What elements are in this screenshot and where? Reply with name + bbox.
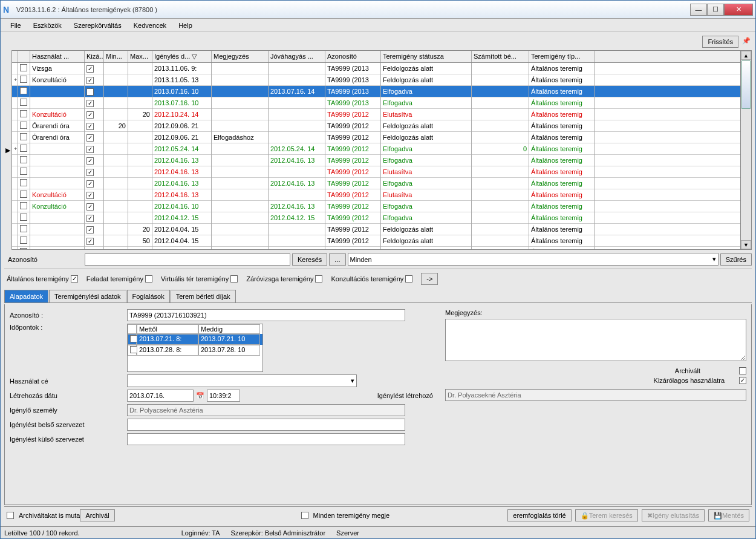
chevron-down-icon: ▾ xyxy=(712,255,716,263)
archivalt-checkbox[interactable] xyxy=(739,367,746,374)
refresh-button[interactable]: Frissítés xyxy=(702,36,738,48)
search-more-button[interactable]: ... xyxy=(329,253,345,266)
tab-foglalasok[interactable]: Foglalások xyxy=(127,290,170,302)
table-row[interactable]: Konzultáció✓2012.04.16. 13TA9999 (2012El… xyxy=(12,189,740,201)
collapse-panel-icon[interactable]: ▶ xyxy=(4,50,11,250)
table-row[interactable]: +✓2012.05.24. 142012.05.24. 14TA9999 (20… xyxy=(12,143,740,155)
minden-checkbox[interactable] xyxy=(301,512,308,519)
col-min[interactable]: Min... xyxy=(104,51,128,62)
grid-body: Vizsga✓2013.11.06. 9:TA9999 (2013Feldolg… xyxy=(12,63,740,249)
igenylo-szemely-label: Igénylő személy xyxy=(10,407,125,414)
igenylo-szemely-field xyxy=(127,404,405,416)
search-button[interactable]: Keresés xyxy=(292,253,327,266)
table-row[interactable]: Órarendi óra✓202012.09.06. 21TA9999 (201… xyxy=(12,120,740,132)
megjegyzes-textarea[interactable] xyxy=(445,319,746,361)
igenylest-letrehozo-field xyxy=(445,389,746,401)
minimize-button[interactable]: — xyxy=(690,4,707,16)
col-azonosito[interactable]: Azonosító xyxy=(325,51,381,62)
table-row[interactable]: ✓2012.04.16. 13TA9999 (2012ElutasítvaÁlt… xyxy=(12,166,740,178)
tab-berleti[interactable]: Terem bérleti díjak xyxy=(171,290,236,302)
kizarolagos-label: Kizárólagos használatra xyxy=(654,377,725,384)
table-row[interactable]: ✓202012.04.04. 15TA9999 (2012Feldolgozás… xyxy=(12,224,740,235)
col-checkbox[interactable] xyxy=(18,51,30,62)
table-row[interactable]: ✓2012.04.16. 132012.04.16. 13TA9999 (201… xyxy=(12,155,740,166)
filter2-checkbox[interactable] xyxy=(145,275,152,283)
igenylest-kulso-label: Igénylést külső szervezet xyxy=(10,436,125,443)
col-megjegyzes[interactable]: Megjegyzés xyxy=(212,51,269,62)
calendar-icon[interactable]: 📅 xyxy=(196,392,204,400)
kizarolagos-checkbox[interactable]: ✓ xyxy=(739,377,746,384)
filter5-label: Konzultációs teremigény xyxy=(331,275,403,283)
scroll-down-icon[interactable]: ▼ xyxy=(741,240,751,249)
subgrid-row[interactable]: 2013.07.21. 8:2013.07.21. 10 xyxy=(128,334,262,345)
subgrid-col-meddig[interactable]: Meddig xyxy=(198,324,260,334)
archivaltakat-checkbox[interactable] xyxy=(7,512,14,519)
menu-szerepkorvaltas[interactable]: Szerepkörváltás xyxy=(68,22,128,29)
archivaltakat-label: Archiváltakat is muta xyxy=(19,512,80,519)
table-row[interactable]: ✓502012.04.04. 15TA9999 (2012Feldolgozás… xyxy=(12,235,740,247)
tab-teremigenylesi[interactable]: Teremigénylési adatok xyxy=(49,290,126,302)
table-row[interactable]: ✓2013.07.16. 10TA9999 (2013ElfogadvaÁlta… xyxy=(12,97,740,109)
table-row[interactable]: +Konzultáció✓2013.11.05. 13TA9999 (2013F… xyxy=(12,74,740,86)
bottom-bar: Archiváltakat is muta Archivál Minden te… xyxy=(4,506,752,524)
status-login: Loginnév: TA xyxy=(181,529,220,537)
menu-file[interactable]: File xyxy=(4,22,27,29)
letrehozas-date-field[interactable] xyxy=(127,390,194,402)
detail-panel: Azonosító : Időpontok : Mettől Meddig 20… xyxy=(4,304,752,505)
grid-scrollbar[interactable]: ▲ ▼ xyxy=(740,51,751,249)
filter-button[interactable]: Szűrés xyxy=(720,253,752,266)
filter3-label: Virtuális tér teremigény xyxy=(161,275,229,283)
app-icon: N xyxy=(3,5,13,15)
col-max[interactable]: Max... xyxy=(128,51,152,62)
col-expand xyxy=(12,51,18,62)
table-row[interactable]: ✓2012.04.16. 132012.04.16. 13TA9999 (201… xyxy=(12,178,740,189)
igeny-elutasitas-button: ✖ Igény elutasítás xyxy=(642,509,705,521)
maximize-button[interactable]: ☐ xyxy=(707,4,724,16)
azonosito-field[interactable] xyxy=(127,309,405,321)
search-dropdown[interactable]: Minden ▾ xyxy=(348,253,719,266)
menu-eszkozok[interactable]: Eszközök xyxy=(27,22,68,29)
tab-alapadatok[interactable]: Alapadatok xyxy=(4,290,48,302)
filter3-checkbox[interactable] xyxy=(230,275,238,283)
table-row[interactable]: Konzultáció✓202012.10.24. 14TA9999 (2012… xyxy=(12,109,740,120)
megjegyzes-label: Megjegyzés: xyxy=(445,309,746,316)
col-kizarolag[interactable]: Kizá... xyxy=(85,51,104,62)
scroll-thumb[interactable] xyxy=(741,60,751,109)
close-button[interactable]: ✕ xyxy=(724,4,753,16)
status-records: Letöltve 100 / 100 rekord. xyxy=(4,529,80,537)
subgrid-row[interactable]: 2013.07.28. 8:2013.07.28. 10 xyxy=(128,345,262,356)
scroll-up-icon[interactable]: ▲ xyxy=(741,51,751,60)
table-row[interactable]: Konzultáció✓2012.04.16. 102012.04.16. 13… xyxy=(12,201,740,212)
letrehozas-time-field[interactable] xyxy=(207,390,240,402)
col-igenyles[interactable]: Igénylés d... ▽ xyxy=(152,51,212,62)
col-statusz[interactable]: Teremigény státusza xyxy=(381,51,472,62)
col-szamitott[interactable]: Számított bé... xyxy=(472,51,529,62)
table-row[interactable]: ✓2013.07.16. 102013.07.16. 14TA9999 (201… xyxy=(12,86,740,97)
search-input[interactable] xyxy=(85,253,290,266)
menu-help[interactable]: Help xyxy=(172,22,198,29)
filter1-label: Általános teremigény xyxy=(7,275,69,283)
idopontok-grid: Mettől Meddig 2013.07.21. 8:2013.07.21. … xyxy=(127,324,263,372)
table-row[interactable]: Vizsga✓2013.11.06. 9:TA9999 (2013Feldolg… xyxy=(12,63,740,74)
filter4-checkbox[interactable] xyxy=(315,275,322,283)
menu-kedvencek[interactable]: Kedvencek xyxy=(128,22,172,29)
filter1-checkbox[interactable]: ✓ xyxy=(71,275,78,283)
pin-icon[interactable]: 📌 xyxy=(742,37,752,47)
status-szerepkor: Szerepkör: Belső Adminisztrátor xyxy=(231,529,326,537)
hasznalat-dropdown[interactable]: ▾ xyxy=(127,374,357,387)
col-hasznalat[interactable]: Használat ... xyxy=(30,51,85,62)
filter5-checkbox[interactable] xyxy=(405,275,412,283)
col-jovahagyas[interactable]: Jóváhagyás ... xyxy=(269,51,325,62)
col-tipus[interactable]: Teremigény típ... xyxy=(529,51,595,62)
archival-button[interactable]: Archivál xyxy=(80,509,114,521)
igenylest-kulso-field[interactable] xyxy=(127,433,405,445)
table-row[interactable]: Órarendi óra✓2012.09.06. 21ElfogadáshozT… xyxy=(12,132,740,143)
igenylest-belso-field[interactable] xyxy=(127,419,405,431)
search-label: Azonosító xyxy=(4,256,83,263)
table-row[interactable]: ✓502012.04.04. 15TA9999 (2012Feldolgozás… xyxy=(12,247,740,249)
apply-filter-button[interactable]: -> xyxy=(421,273,438,285)
azonosito-label: Azonosító : xyxy=(10,312,125,319)
table-row[interactable]: ✓2012.04.12. 152012.04.12. 15TA9999 (201… xyxy=(12,212,740,224)
subgrid-col-mettol[interactable]: Mettől xyxy=(137,324,198,334)
teremfoglalas-torles-button[interactable]: eremfoglalás törlé xyxy=(507,509,571,521)
